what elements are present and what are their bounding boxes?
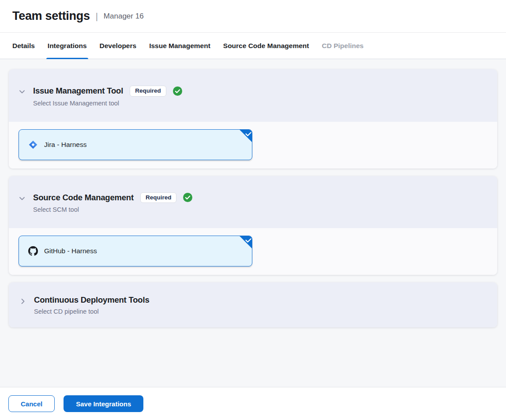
page-header: Team settings | Manager 16 bbox=[0, 0, 506, 33]
page-context-label: Manager 16 bbox=[104, 12, 144, 21]
section-source-code-management: Source Code Management Required Select S… bbox=[9, 176, 497, 275]
tab-bar: Details Integrations Developers Issue Ma… bbox=[0, 33, 506, 59]
tab-integrations[interactable]: Integrations bbox=[48, 33, 87, 59]
tab-cd-pipelines: CD Pipelines bbox=[322, 33, 364, 59]
section-body-source-code-management: GitHub - Harness bbox=[9, 228, 497, 275]
required-badge: Required bbox=[130, 86, 166, 97]
title-separator: | bbox=[96, 11, 98, 22]
section-issue-management-tool: Issue Management Tool Required Select Is… bbox=[9, 69, 497, 169]
footer-actions: Cancel Save Integrations bbox=[0, 387, 506, 420]
chevron-right-icon bbox=[19, 298, 26, 305]
selected-corner-check-icon bbox=[239, 236, 252, 249]
chevron-down-icon bbox=[19, 195, 26, 202]
section-title: Source Code Management bbox=[33, 193, 134, 202]
section-subtitle: Select SCM tool bbox=[33, 206, 192, 213]
tab-issue-management[interactable]: Issue Management bbox=[149, 33, 210, 59]
jira-icon bbox=[28, 140, 38, 150]
section-header-issue-management-tool[interactable]: Issue Management Tool Required Select Is… bbox=[9, 69, 497, 122]
tool-card-label: GitHub - Harness bbox=[44, 247, 97, 255]
tab-developers[interactable]: Developers bbox=[100, 33, 137, 59]
github-icon bbox=[28, 246, 38, 256]
tool-card-jira-harness[interactable]: Jira - Harness bbox=[19, 129, 252, 160]
tab-source-code-management[interactable]: Source Code Management bbox=[223, 33, 309, 59]
required-badge: Required bbox=[140, 192, 177, 203]
section-header-source-code-management[interactable]: Source Code Management Required Select S… bbox=[9, 176, 497, 229]
team-settings-page: Team settings | Manager 16 Details Integ… bbox=[0, 0, 506, 420]
page-title: Team settings bbox=[12, 9, 90, 23]
section-header-continuous-deployment-tools[interactable]: Continuous Deployment Tools Select CD pi… bbox=[9, 282, 497, 327]
cancel-button[interactable]: Cancel bbox=[8, 395, 55, 412]
section-title: Continuous Deployment Tools bbox=[34, 295, 149, 305]
green-check-circle-icon bbox=[183, 193, 192, 202]
green-check-circle-icon bbox=[173, 86, 182, 96]
integrations-panel: Issue Management Tool Required Select Is… bbox=[0, 59, 506, 387]
save-integrations-button[interactable]: Save Integrations bbox=[64, 395, 143, 412]
tool-card-github-harness[interactable]: GitHub - Harness bbox=[19, 236, 252, 266]
chevron-down-icon bbox=[19, 88, 26, 95]
section-subtitle: Select CD pipeline tool bbox=[34, 308, 149, 315]
selected-corner-check-icon bbox=[239, 129, 252, 142]
section-continuous-deployment-tools: Continuous Deployment Tools Select CD pi… bbox=[9, 282, 497, 327]
section-title: Issue Management Tool bbox=[33, 86, 123, 96]
section-body-issue-management-tool: Jira - Harness bbox=[9, 122, 497, 169]
tab-details[interactable]: Details bbox=[12, 33, 35, 59]
section-subtitle: Select Issue Management tool bbox=[33, 100, 182, 107]
tool-card-label: Jira - Harness bbox=[44, 141, 86, 149]
